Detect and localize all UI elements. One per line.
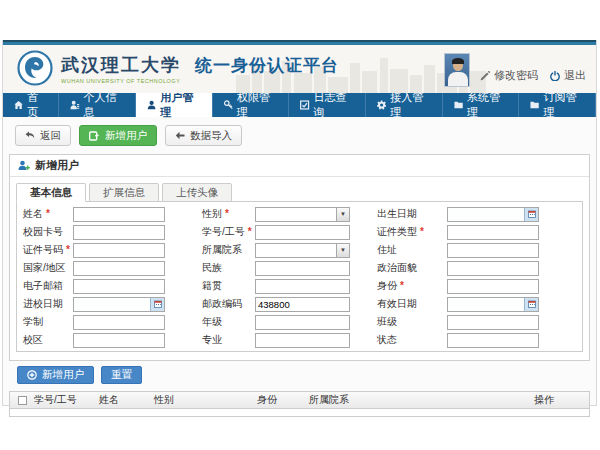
entry-date-field [73, 297, 165, 312]
calendar-icon[interactable] [524, 298, 538, 311]
field-label: 学号/工号* [202, 225, 255, 239]
address-field [447, 243, 539, 258]
person-icon [70, 100, 79, 110]
form-actions: 新增用户 重置 [17, 366, 590, 384]
entry-date-input[interactable] [74, 298, 150, 311]
change-password-link[interactable]: 修改密码 [480, 68, 538, 83]
tab-label: 扩展信息 [103, 186, 145, 200]
nav-item-access-management[interactable]: 接入管理 [366, 93, 443, 117]
field-label: 民族 [202, 261, 255, 275]
gender-select: ▼ [255, 207, 350, 222]
valid-date-input[interactable] [448, 298, 524, 311]
major-field [255, 333, 350, 348]
id-number-input[interactable] [74, 244, 164, 257]
field-label: 身份* [377, 279, 447, 293]
chevron-down-icon[interactable]: ▼ [336, 244, 349, 257]
field-label: 学制 [17, 315, 73, 329]
user-links: 修改密码 退出 [480, 68, 586, 83]
folder-icon [530, 100, 539, 110]
table-empty-row [10, 409, 589, 416]
study-length-input[interactable] [74, 316, 164, 329]
ethnicity-input[interactable] [256, 262, 349, 275]
ethnicity-field [255, 261, 350, 276]
class-input[interactable] [448, 316, 538, 329]
native-place-field [255, 279, 350, 294]
postal-code-input[interactable] [256, 298, 349, 311]
field-label: 住址 [377, 243, 447, 257]
home-icon [14, 100, 23, 110]
reset-button[interactable]: 重置 [101, 366, 142, 384]
status-input[interactable] [448, 334, 538, 347]
submit-add-user-button[interactable]: 新增用户 [17, 366, 94, 384]
identity-input[interactable] [448, 280, 538, 293]
department-input[interactable] [256, 244, 336, 257]
calendar-icon[interactable] [524, 208, 538, 221]
form-row: 校区 专业 状态 [17, 331, 582, 349]
nav-label: 个人信息 [84, 90, 124, 120]
grade-input[interactable] [256, 316, 349, 329]
name-input[interactable] [74, 208, 164, 221]
select-all-checkbox[interactable] [18, 396, 27, 405]
student-id-input[interactable] [256, 226, 349, 239]
tab-extended-info[interactable]: 扩展信息 [89, 183, 159, 202]
university-name-cn: 武汉理工大学 [61, 53, 181, 77]
major-input[interactable] [256, 334, 349, 347]
required-star: * [400, 280, 404, 291]
campus-card-input[interactable] [74, 226, 164, 239]
nav-item-user-management[interactable]: 用户管理 [136, 93, 213, 117]
department-select: ▼ [255, 243, 350, 258]
id-type-field [447, 225, 539, 240]
political-status-input[interactable] [448, 262, 538, 275]
add-user-toolbar-button[interactable]: 新增用户 [79, 125, 157, 146]
address-input[interactable] [448, 244, 538, 257]
required-star: * [248, 226, 252, 237]
nav-label: 系统管理 [467, 90, 507, 120]
avatar-body [448, 72, 468, 87]
calendar-icon[interactable] [150, 298, 164, 311]
campus-field [73, 333, 165, 348]
reset-label: 重置 [111, 368, 132, 382]
nav-item-system-management[interactable]: 系统管理 [443, 93, 520, 117]
nav-item-permission-management[interactable]: 权限管理 [213, 93, 290, 117]
nav-item-home[interactable]: 首页 [3, 93, 59, 117]
arrow-left-icon [175, 131, 185, 140]
folder-icon [454, 100, 463, 110]
user-avatar[interactable] [444, 53, 470, 87]
logout-link[interactable]: 退出 [550, 68, 586, 83]
tab-upload-avatar[interactable]: 上传头像 [162, 183, 232, 202]
field-label: 有效日期 [377, 297, 447, 311]
field-label: 校区 [17, 333, 73, 347]
tab-label: 基本信息 [30, 186, 72, 200]
nav-item-personal-info[interactable]: 个人信息 [59, 93, 136, 117]
tab-basic-info[interactable]: 基本信息 [16, 183, 86, 202]
required-star: * [46, 208, 50, 219]
add-user-icon [89, 131, 100, 141]
birth-date-input[interactable] [448, 208, 524, 221]
data-import-button[interactable]: 数据导入 [165, 125, 242, 146]
nav-item-subscription-management[interactable]: 订阅管理 [519, 93, 596, 117]
back-button[interactable]: 返回 [15, 125, 71, 146]
chevron-down-icon[interactable]: ▼ [336, 208, 349, 221]
nav-item-log-query[interactable]: 日志查询 [289, 93, 366, 117]
field-label: 电子邮箱 [17, 279, 73, 293]
col-gender: 性别 [152, 393, 255, 407]
study-length-field [73, 315, 165, 330]
email-input[interactable] [74, 280, 164, 293]
campus-card-field [73, 225, 165, 240]
native-place-input[interactable] [256, 280, 349, 293]
users-table: 学号/工号 姓名 性别 身份 所属院系 操作 [9, 391, 590, 417]
id-type-input[interactable] [448, 226, 538, 239]
student-id-field [255, 225, 350, 240]
field-label: 证件号码* [17, 243, 73, 257]
campus-input[interactable] [74, 334, 164, 347]
nav-label: 订阅管理 [544, 90, 584, 120]
gender-input[interactable] [256, 208, 336, 221]
form-tabs: 基本信息 扩展信息 上传头像 [16, 183, 583, 202]
field-label: 国家/地区 [17, 261, 73, 275]
field-label: 证件类型* [377, 225, 447, 239]
back-arrow-icon [25, 131, 35, 140]
panel-header: 新增用户 [10, 155, 589, 177]
country-input[interactable] [74, 262, 164, 275]
import-label: 数据导入 [190, 129, 232, 143]
form-row: 校园卡号 学号/工号* 证件类型* [17, 223, 582, 241]
